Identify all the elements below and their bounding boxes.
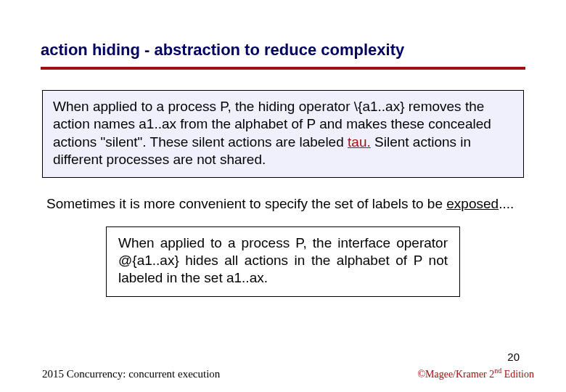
slide-title: action hiding - abstraction to reduce co… — [41, 41, 525, 60]
slide: action hiding - abstraction to reduce co… — [0, 0, 566, 392]
tau-keyword: tau. — [348, 134, 371, 150]
footer-left: 2015 Concurrency: concurrent execution — [42, 368, 220, 380]
page-number: 20 — [507, 351, 520, 363]
definition-box-interface: When applied to a process P, the interfa… — [106, 226, 460, 297]
footer-right-nd: nd — [494, 367, 501, 375]
footer-right: ©Magee/Kramer 2nd Edition — [417, 367, 534, 380]
definition-box-hiding: When applied to a process P, the hiding … — [42, 90, 524, 178]
exposed-keyword: exposed — [446, 196, 499, 211]
footer-right-p1: ©Magee/Kramer — [417, 369, 489, 380]
mid-part1: Sometimes it is more convenient to speci… — [46, 196, 446, 211]
title-rule — [41, 67, 525, 70]
mid-paragraph: Sometimes it is more convenient to speci… — [46, 195, 521, 213]
footer-right-p3: Edition — [501, 369, 534, 380]
mid-part2: .... — [499, 196, 514, 211]
